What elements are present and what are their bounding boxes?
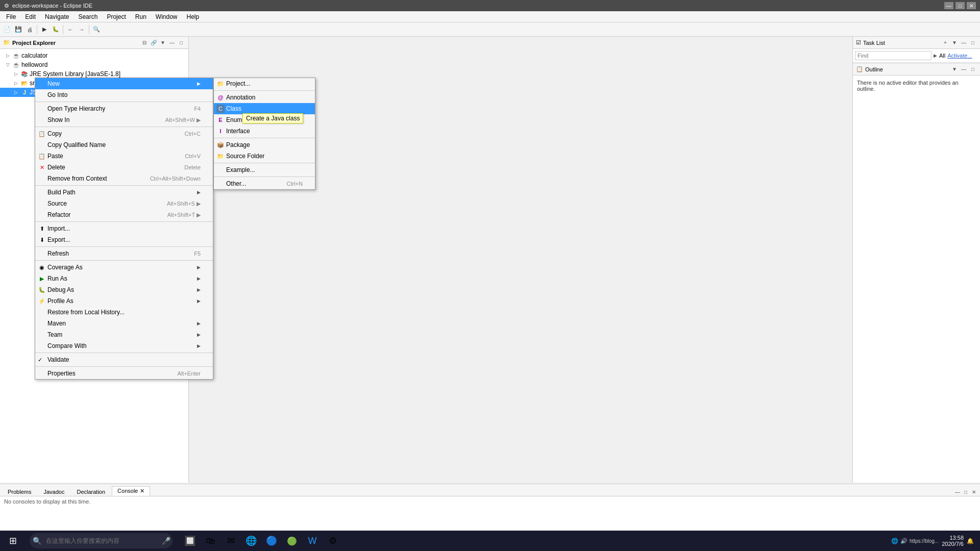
- ctx-item-debugas[interactable]: 🐛 Debug As ▶: [35, 284, 213, 295]
- task-all-label[interactable]: All: [939, 53, 945, 59]
- close-button[interactable]: ✕: [967, 2, 976, 9]
- ctx-item-new[interactable]: New ▶: [35, 78, 213, 89]
- tree-arrow-jsp: ▷: [14, 90, 20, 95]
- menu-run[interactable]: Run: [131, 12, 151, 21]
- ctx-item-removefromctx[interactable]: Remove from Context Ctrl+Alt+Shift+Down: [35, 173, 213, 184]
- task-list-minimize-button[interactable]: —: [960, 39, 968, 47]
- sub-item-class[interactable]: C Class: [214, 103, 315, 114]
- tab-console[interactable]: Console ✕: [112, 486, 150, 496]
- outline-minimize-button[interactable]: —: [960, 65, 968, 73]
- ctx-label-buildpath: Build Path: [47, 189, 76, 196]
- tray-icon1: 🌐: [891, 538, 898, 544]
- ctx-item-runas[interactable]: ▶ Run As ▶: [35, 273, 213, 284]
- taskbar-app6[interactable]: 🟢: [283, 532, 301, 550]
- ctx-item-coverageas[interactable]: ◉ Coverage As ▶: [35, 262, 213, 273]
- ctx-item-profileas[interactable]: ⚡ Profile As ▶: [35, 295, 213, 307]
- taskbar-app5[interactable]: 🔵: [262, 532, 281, 550]
- ctx-item-team[interactable]: Team ▶: [35, 329, 213, 340]
- taskbar-search-input[interactable]: [30, 533, 173, 548]
- ctx-item-paste[interactable]: 📋 Paste Ctrl+V: [35, 151, 213, 162]
- ctx-item-copy[interactable]: 📋 Copy Ctrl+C: [35, 128, 213, 139]
- toolbar-print[interactable]: 🖨: [24, 24, 35, 35]
- ctx-label-debugas: Debug As: [47, 286, 74, 293]
- link-editor-button[interactable]: 🔗: [150, 39, 158, 47]
- ctx-item-gointo[interactable]: Go Into: [35, 89, 213, 101]
- toolbar-debug[interactable]: 🐛: [51, 24, 61, 35]
- ctx-item-maven[interactable]: Maven ▶: [35, 318, 213, 329]
- debugas-icon: 🐛: [38, 286, 46, 294]
- ctx-item-import[interactable]: ⬆ Import...: [35, 223, 213, 234]
- ctx-item-buildpath[interactable]: Build Path ▶: [35, 187, 213, 198]
- sub-item-project[interactable]: 📁 Project...: [214, 78, 315, 89]
- sub-item-annotation[interactable]: @ Annotation: [214, 92, 315, 103]
- task-list-maximize-button[interactable]: □: [969, 39, 977, 47]
- minimize-button[interactable]: —: [944, 2, 953, 9]
- outline-empty-message: There is no active editor that provides …: [857, 80, 959, 92]
- sub-item-package[interactable]: 📦 Package: [214, 139, 315, 151]
- toolbar-save[interactable]: 💾: [13, 24, 23, 35]
- maximize-panel-button[interactable]: □: [177, 39, 185, 47]
- view-menu-button[interactable]: ▼: [159, 39, 167, 47]
- ctx-item-showin[interactable]: Show In Alt+Shift+W ▶: [35, 114, 213, 126]
- runas-icon: ▶: [38, 274, 46, 283]
- bottom-panel-minimize[interactable]: —: [953, 488, 962, 496]
- toolbar-sep3: [89, 25, 89, 34]
- sub-item-sourcefolder[interactable]: 📁 Source Folder: [214, 151, 315, 162]
- task-activate-label[interactable]: Activate...: [947, 53, 972, 59]
- ctx-shortcut-refactor: Alt+Shift+T ▶: [167, 212, 201, 218]
- taskbar-settings[interactable]: ⚙: [324, 532, 342, 550]
- sub-item-interface[interactable]: I Interface: [214, 126, 315, 137]
- taskbar-chrome[interactable]: 🌐: [242, 532, 260, 550]
- ctx-item-refactor[interactable]: Refactor Alt+Shift+T ▶: [35, 209, 213, 220]
- menu-edit[interactable]: Edit: [21, 12, 40, 21]
- menu-search[interactable]: Search: [74, 12, 102, 21]
- ctx-item-validate[interactable]: ✓ Validate: [35, 354, 213, 365]
- task-list-add-button[interactable]: +: [941, 39, 949, 47]
- ctx-label-source: Source: [47, 200, 67, 207]
- system-tray: 🌐 🔊 https://blog...: [891, 538, 939, 544]
- toolbar-run[interactable]: ▶: [39, 24, 50, 35]
- toolbar-back[interactable]: ←: [65, 24, 76, 35]
- outline-maximize-button[interactable]: □: [969, 65, 977, 73]
- ctx-sep2: [35, 127, 213, 127]
- taskbar-mail[interactable]: ✉: [222, 532, 240, 550]
- ctx-item-delete[interactable]: ✕ Delete Delete: [35, 162, 213, 173]
- toolbar-forward[interactable]: →: [77, 24, 87, 35]
- bottom-panel-maximize[interactable]: □: [962, 488, 970, 496]
- taskbar-store[interactable]: 🛍: [201, 532, 219, 550]
- sub-item-example[interactable]: Example...: [214, 164, 315, 176]
- menu-help[interactable]: Help: [183, 12, 204, 21]
- ctx-item-export[interactable]: ⬇ Export...: [35, 234, 213, 245]
- menu-project[interactable]: Project: [103, 12, 130, 21]
- bottom-panel-close[interactable]: ✕: [970, 488, 978, 496]
- toolbar-new[interactable]: 📄: [2, 24, 12, 35]
- tree-item-helloword[interactable]: ▽ ☕ helloword: [0, 60, 188, 69]
- ctx-item-typehierarchy[interactable]: Open Type Hierarchy F4: [35, 103, 213, 114]
- tab-declaration[interactable]: Declaration: [71, 487, 111, 496]
- maximize-button[interactable]: □: [955, 2, 965, 9]
- ctx-item-properties[interactable]: Properties Alt+Enter: [35, 368, 213, 379]
- notification-button[interactable]: 🔔: [967, 538, 974, 544]
- tab-javadoc[interactable]: Javadoc: [38, 487, 70, 496]
- taskbar-app7[interactable]: W: [303, 532, 322, 550]
- menu-navigate[interactable]: Navigate: [41, 12, 73, 21]
- taskbar-task-view[interactable]: 🔲: [181, 532, 199, 550]
- ctx-item-refresh[interactable]: Refresh F5: [35, 248, 213, 259]
- ctx-item-restorefromlocal[interactable]: Restore from Local History...: [35, 307, 213, 318]
- tab-problems[interactable]: Problems: [2, 487, 37, 496]
- ctx-item-copyqualified[interactable]: Copy Qualified Name: [35, 139, 213, 151]
- tree-item-calculator[interactable]: ▷ ☕ calculator: [0, 51, 188, 60]
- menu-window[interactable]: Window: [152, 12, 182, 21]
- ctx-item-source[interactable]: Source Alt+Shift+S ▶: [35, 198, 213, 209]
- task-find-input[interactable]: [855, 51, 932, 60]
- sub-item-other[interactable]: Other... Ctrl+N: [214, 178, 315, 189]
- task-list-menu-button[interactable]: ▼: [950, 39, 959, 47]
- toolbar-search[interactable]: 🔍: [91, 24, 102, 35]
- collapse-all-button[interactable]: ⊟: [140, 39, 149, 47]
- menu-file[interactable]: File: [2, 12, 20, 21]
- outline-menu-button[interactable]: ▼: [950, 65, 959, 73]
- start-button[interactable]: ⊞: [0, 531, 26, 551]
- minimize-panel-button[interactable]: —: [168, 39, 176, 47]
- ctx-item-comparewith[interactable]: Compare With ▶: [35, 340, 213, 352]
- ctx-arrow-runas: ▶: [197, 276, 201, 281]
